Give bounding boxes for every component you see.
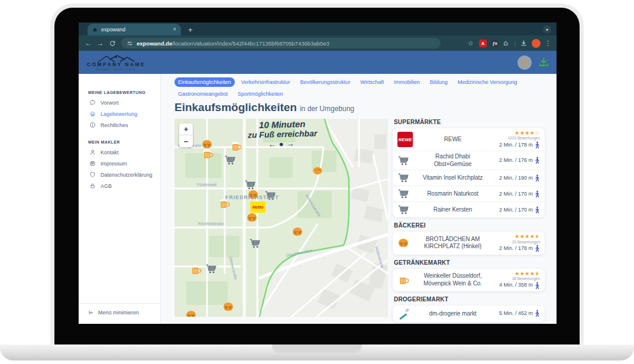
downloads-icon[interactable] bbox=[520, 40, 528, 47]
tab-close-icon[interactable]: × bbox=[173, 27, 176, 32]
map-marker-pretzel-icon[interactable] bbox=[185, 309, 197, 317]
review-count: 1023 Bewertungen bbox=[507, 136, 540, 141]
cart-icon bbox=[397, 155, 409, 167]
star-rating: ★★★★★☆ bbox=[515, 233, 540, 239]
sun-icon bbox=[521, 59, 528, 66]
browser-tab[interactable]: expowand × bbox=[88, 24, 181, 35]
tab-bev-lkerungsstruktur[interactable]: Bevölkerungsstruktur bbox=[297, 77, 354, 87]
address-bar[interactable]: expowand.de/locationValuation/index/542f… bbox=[121, 38, 441, 48]
walking-person-icon bbox=[535, 310, 540, 317]
bookmark-star-icon[interactable]: ☆ bbox=[466, 40, 475, 47]
place-name: Rainer Kersten bbox=[418, 206, 488, 214]
map-zoom-out-button[interactable]: − bbox=[179, 135, 193, 147]
site-settings-icon[interactable] bbox=[127, 40, 133, 47]
tab-immobilien[interactable]: Immobilien bbox=[390, 77, 423, 87]
map-marker-bread-icon[interactable] bbox=[312, 165, 324, 177]
distance-value: 2 Min. / 178 m bbox=[499, 245, 540, 253]
map-marker-beer-icon[interactable] bbox=[202, 148, 214, 160]
sidebar-item-kontakt[interactable]: Kontakt bbox=[79, 147, 160, 158]
user-avatar[interactable] bbox=[517, 56, 532, 70]
laptop-hinge-notch bbox=[272, 344, 362, 353]
list-item-brotl-dchen-am-kirchplatz-hinkel[interactable]: BROTLÄDCHEN AM KIRCHPLATZ (Hinkel)★★★★★☆… bbox=[393, 232, 545, 254]
tab-gastronomieangebot[interactable]: Gastronomieangebot bbox=[174, 89, 231, 99]
tab-verkehrsinfrastruktur[interactable]: Verkehrsinfrastruktur bbox=[238, 77, 294, 87]
tab-medizinische-versorgung[interactable]: Medizinische Versorgung bbox=[454, 77, 521, 87]
list-item-rachid-dhabi-obst-gem-se[interactable]: Rachid Dhabi Obst+Gemüse2 Min. / 176 m bbox=[393, 151, 545, 170]
sidebar-collapse-button[interactable]: Menü minimieren bbox=[79, 303, 160, 324]
walking-person-icon bbox=[535, 245, 540, 252]
map-marker-beer-icon[interactable] bbox=[190, 264, 202, 276]
rewe-logo: REWE bbox=[397, 132, 413, 147]
list-item-rosmarin-naturkost[interactable]: Rosmarin Naturkost2 Min. / 170 m bbox=[393, 186, 545, 202]
map-zoom-in-button[interactable]: + bbox=[179, 124, 193, 135]
list-item-vitamin-insel-kirchplatz[interactable]: Vitamin Insel Kirchplatz2 Min. / 190 m bbox=[393, 170, 545, 186]
fonts-extension-icon[interactable]: ƒn bbox=[491, 40, 499, 47]
map-marker-netto-logo[interactable]: Netto bbox=[250, 202, 266, 213]
sidebar-item-label: Kontakt bbox=[101, 150, 119, 155]
sidebar-item-rechtliches[interactable]: Rechtliches bbox=[79, 119, 160, 131]
extensions-puzzle-icon[interactable] bbox=[503, 40, 510, 47]
tab-search-chevron-icon[interactable]: ▾ bbox=[543, 25, 551, 34]
toothbrush-icon bbox=[397, 307, 410, 320]
listing-card: BROTLÄDCHEN AM KIRCHPLATZ (Hinkel)★★★★★☆… bbox=[393, 232, 545, 254]
street-label: Fürstenwall bbox=[197, 183, 216, 187]
toolbar-divider: | bbox=[514, 40, 516, 47]
pdf-extension-icon[interactable]: A bbox=[479, 40, 487, 47]
map-marker-cart-icon[interactable] bbox=[224, 154, 236, 166]
listing-card: Weinkeller Düsseldorf, Mövenpick Wein & … bbox=[393, 269, 545, 291]
sidebar-item-impressum[interactable]: Impressum bbox=[79, 158, 160, 169]
new-tab-button[interactable]: + bbox=[188, 26, 193, 34]
page-title-suffix: in der Umgebung bbox=[300, 105, 354, 113]
browser-window: expowand × + ▾ ← → expowand.de/locationV… bbox=[79, 22, 557, 324]
back-button[interactable]: ← bbox=[84, 40, 93, 47]
listings-panel: SUPERMÄRKTEREWEREWE★★★★☆1023 Bewertungen… bbox=[393, 119, 545, 322]
list-item-rewe[interactable]: REWEREWE★★★★☆1023 Bewertungen2 Min. / 17… bbox=[393, 128, 545, 151]
company-logo: COMPANY NAME Slogan Goes here bbox=[87, 54, 145, 71]
sidebar-item-lagebewertung[interactable]: Lagebewertung bbox=[79, 108, 160, 119]
beer-icon bbox=[397, 274, 409, 286]
tab-einkaufsm-glichkeiten[interactable]: Einkaufsmöglichkeiten bbox=[174, 77, 235, 87]
list-item-rainer-kersten[interactable]: Rainer Kersten2 Min. / 170 m bbox=[393, 202, 545, 217]
company-slogan: Slogan Goes here bbox=[96, 67, 136, 71]
tab-bildung[interactable]: Bildung bbox=[426, 77, 451, 87]
map-marker-cart-icon[interactable] bbox=[249, 238, 261, 249]
forward-button[interactable]: → bbox=[96, 40, 105, 47]
category-tabs: EinkaufsmöglichkeitenVerkehrsinfrastrukt… bbox=[161, 74, 551, 99]
place-name: Weinkeller Düsseldorf, Mövenpick Wein & … bbox=[418, 272, 488, 287]
map-marker-pretzel-icon[interactable] bbox=[222, 301, 234, 313]
sidebar-section-title: MEINE LAGEBEWERTUNG bbox=[88, 90, 160, 95]
download-report-icon[interactable] bbox=[538, 57, 549, 68]
refresh-icon[interactable] bbox=[108, 40, 117, 47]
distance-value: 2 Min. / 190 m bbox=[499, 174, 540, 183]
collapse-left-icon bbox=[88, 310, 94, 316]
listing-card: REWEREWE★★★★☆1023 Bewertungen2 Min. / 17… bbox=[393, 128, 545, 217]
sidebar-section-title: MEIN MAKLER bbox=[88, 140, 160, 144]
map-marker-pretzel-icon[interactable] bbox=[292, 226, 303, 238]
distance-value: 2 Min. / 170 m bbox=[499, 206, 540, 214]
tab-wirtschaft[interactable]: Wirtschaft bbox=[357, 77, 387, 87]
map[interactable]: + − 10 Minuten zu Fuß erreichbar ←●→ Her… bbox=[174, 119, 388, 317]
laptop-base bbox=[0, 344, 634, 360]
tab-title: expowand bbox=[101, 27, 169, 32]
distance-value: 2 Min. / 170 m bbox=[499, 190, 540, 199]
tab-sportm-glichkeiten[interactable]: Sportmöglichkeiten bbox=[234, 89, 287, 99]
sidebar-item-datenschutzerkl-rung[interactable]: Datenschutzerklärung bbox=[79, 169, 160, 180]
distance-value: 4 Min. / 358 m bbox=[499, 281, 540, 290]
browser-profile-avatar[interactable] bbox=[532, 39, 541, 48]
walking-person-icon bbox=[535, 206, 540, 214]
pretzel-icon bbox=[397, 237, 409, 249]
sidebar-item-label: Lagebewertung bbox=[101, 111, 137, 117]
page-title: Einkaufsmöglichkeitenin der Umgebung bbox=[174, 101, 557, 114]
list-item-weinkeller-d-sseldorf-m-venpick-wein-co[interactable]: Weinkeller Düsseldorf, Mövenpick Wein & … bbox=[393, 269, 545, 291]
cart-icon bbox=[397, 188, 409, 200]
house-icon bbox=[89, 110, 96, 117]
sidebar-item-agb[interactable]: AGB bbox=[79, 180, 160, 191]
company-name: COMPANY NAME bbox=[87, 61, 145, 67]
place-name: Vitamin Insel Kirchplatz bbox=[418, 174, 488, 182]
map-marker-pretzel-icon[interactable] bbox=[246, 212, 258, 223]
list-item-dm-drogerie-markt[interactable]: dm-drogerie markt5 Min. / 452 m bbox=[393, 306, 545, 322]
browser-menu-icon[interactable]: ⋮ bbox=[545, 40, 551, 47]
sidebar-item-vorwort[interactable]: Vorwort bbox=[79, 97, 160, 108]
person-icon bbox=[89, 149, 96, 155]
map-marker-cart-icon[interactable] bbox=[205, 263, 217, 275]
